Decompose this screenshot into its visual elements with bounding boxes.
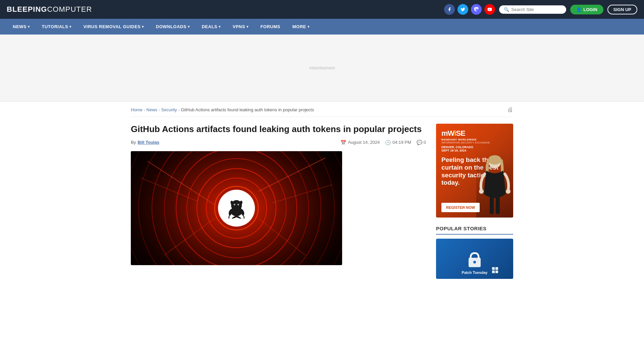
- site-logo[interactable]: BLEEPINGCOMPUTER: [7, 5, 92, 14]
- nav-virus-removal[interactable]: VIRUS REMOVAL GUIDES▾: [77, 19, 150, 35]
- ad-cta-row: REGISTER NOW: [441, 199, 508, 212]
- ad-location: DENVER, COLORADO: [441, 145, 508, 149]
- svg-point-31: [506, 189, 511, 194]
- top-ad-banner: Advertisement: [0, 35, 644, 102]
- ad-logo: mWiSE: [441, 129, 465, 138]
- patch-tuesday-graphic: Patch Tuesday: [441, 240, 508, 277]
- login-button[interactable]: 👤 LOGIN: [570, 5, 603, 14]
- downloads-chevron: ▾: [188, 25, 190, 28]
- svg-rect-37: [492, 267, 495, 270]
- nav-downloads[interactable]: DOWNLOADS▾: [150, 19, 196, 35]
- clock-icon: 🕓: [385, 140, 391, 145]
- main-nav: NEWS▾ TUTORIALS▾ VIRUS REMOVAL GUIDES▾ D…: [0, 19, 644, 35]
- svg-point-35: [473, 261, 476, 263]
- search-input[interactable]: [511, 7, 561, 12]
- breadcrumb-sep-2: ›: [159, 108, 160, 112]
- article-time: 🕓 04:19 PM: [385, 140, 411, 145]
- breadcrumb-row: Home › News › Security › GitHub Actions …: [131, 102, 513, 117]
- svg-point-23: [238, 204, 239, 205]
- svg-point-30: [479, 189, 484, 194]
- breadcrumb-security[interactable]: Security: [161, 107, 177, 112]
- breadcrumb: Home › News › Security › GitHub Actions …: [131, 107, 314, 112]
- search-box[interactable]: 🔍: [499, 5, 566, 14]
- svg-point-29: [488, 155, 501, 165]
- logo-part1: BLEEPING: [7, 5, 47, 13]
- popular-stories-title: POPULAR STORIES: [436, 226, 513, 235]
- svg-text:Patch Tuesday: Patch Tuesday: [462, 270, 488, 275]
- breadcrumb-sep-3: ›: [178, 108, 180, 112]
- breadcrumb-current: GitHub Actions artifacts found leaking a…: [181, 107, 314, 112]
- article-title: GitHub Actions artifacts found leaking a…: [131, 124, 426, 135]
- nav-forums[interactable]: FORUMS: [254, 19, 286, 35]
- article-sidebar: mWiSE MANDIANT WORLDWIDE INFORMATION SEC…: [436, 124, 513, 279]
- article-author[interactable]: Bill Toulas: [138, 140, 159, 145]
- sidebar-ad: mWiSE MANDIANT WORLDWIDE INFORMATION SEC…: [436, 124, 513, 218]
- main-container: Home › News › Security › GitHub Actions …: [124, 102, 520, 279]
- nav-news[interactable]: NEWS▾: [7, 19, 36, 35]
- signup-button[interactable]: SIGN UP: [607, 5, 637, 14]
- facebook-icon[interactable]: [444, 4, 455, 15]
- vpns-chevron: ▾: [247, 25, 249, 28]
- svg-rect-40: [495, 270, 498, 273]
- octocat-bg: [218, 190, 255, 227]
- deals-chevron: ▾: [219, 25, 221, 28]
- article-date: 📅 August 14, 2024: [340, 140, 380, 145]
- by-label: By: [131, 140, 136, 145]
- header-controls: 🔍 👤 LOGIN SIGN UP: [444, 4, 637, 15]
- print-icon[interactable]: 🖨: [507, 106, 513, 113]
- popular-story-image[interactable]: Patch Tuesday: [436, 239, 513, 279]
- article-meta-right: 📅 August 14, 2024 🕓 04:19 PM 💬 0: [340, 140, 426, 145]
- svg-point-22: [234, 204, 235, 205]
- ad-cta-button[interactable]: REGISTER NOW: [441, 203, 480, 212]
- nav-deals[interactable]: DEALS▾: [196, 19, 226, 35]
- login-label: LOGIN: [583, 7, 597, 12]
- breadcrumb-sep-1: ›: [144, 108, 145, 112]
- more-chevron: ▾: [308, 25, 310, 28]
- octocat-svg: [223, 195, 250, 222]
- ad-logo-row: mWiSE: [441, 129, 508, 138]
- search-icon: 🔍: [504, 7, 509, 12]
- article-main: GitHub Actions artifacts found leaking a…: [131, 124, 426, 279]
- calendar-icon: 📅: [340, 140, 346, 145]
- nav-tutorials[interactable]: TUTORIALS▾: [36, 19, 77, 35]
- breadcrumb-home[interactable]: Home: [131, 107, 143, 112]
- github-graphic: [131, 151, 342, 265]
- ad-top: mWiSE MANDIANT WORLDWIDE INFORMATION SEC…: [441, 129, 508, 152]
- breadcrumb-news[interactable]: News: [146, 107, 157, 112]
- mastodon-icon[interactable]: [471, 4, 482, 15]
- article-image: [131, 151, 342, 265]
- youtube-icon[interactable]: [484, 4, 495, 15]
- virus-chevron: ▾: [142, 25, 144, 28]
- signup-label: SIGN UP: [613, 7, 631, 12]
- news-chevron: ▾: [28, 25, 30, 28]
- article-meta-left: By Bill Toulas: [131, 140, 159, 145]
- ad-company: MANDIANT WORLDWIDE: [441, 138, 508, 141]
- article-comments[interactable]: 💬 0: [417, 140, 426, 145]
- twitter-icon[interactable]: [458, 4, 468, 15]
- popular-stories: POPULAR STORIES Patch Tuesday: [436, 226, 513, 279]
- user-icon: 👤: [576, 7, 582, 12]
- tutorials-chevron: ▾: [69, 25, 71, 28]
- article-layout: GitHub Actions artifacts found leaking a…: [131, 124, 513, 279]
- ad-subtitle: INFORMATION SECURITY EXCHANGE: [441, 141, 508, 144]
- nav-more[interactable]: MORE▾: [286, 19, 316, 35]
- site-header: BLEEPINGCOMPUTER 🔍 👤 LOGIN SIGN UP: [0, 0, 644, 19]
- nav-vpns[interactable]: VPNS▾: [227, 19, 255, 35]
- svg-rect-39: [492, 270, 495, 273]
- article-meta: By Bill Toulas 📅 August 14, 2024 🕓 04:19…: [131, 140, 426, 145]
- ad-placeholder: Advertisement: [309, 66, 335, 70]
- svg-rect-38: [495, 267, 498, 270]
- logo-part2: COMPUTER: [47, 5, 92, 13]
- social-links: [444, 4, 495, 15]
- comment-icon: 💬: [417, 140, 422, 145]
